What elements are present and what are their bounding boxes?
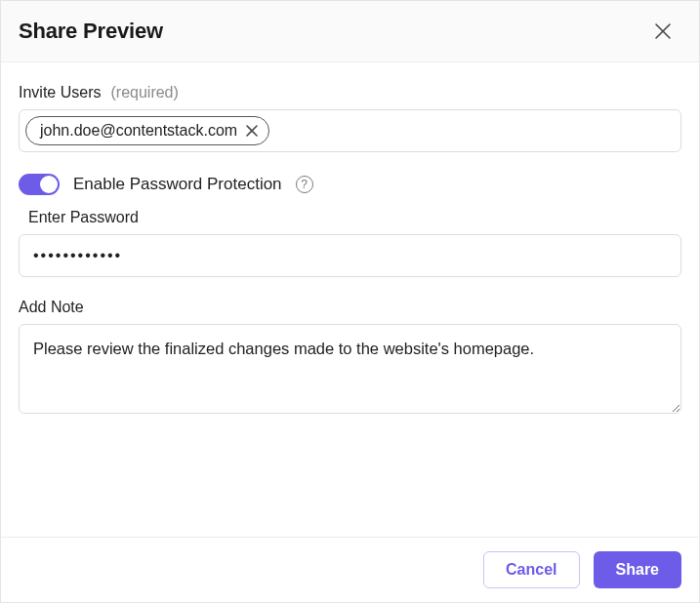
invite-label-row: Invite Users (required) (19, 84, 681, 101)
chip-remove-button[interactable] (245, 124, 259, 138)
invite-label: Invite Users (19, 84, 101, 101)
share-button[interactable]: Share (594, 551, 681, 588)
chip-email: john.doe@contentstack.com (40, 122, 237, 140)
modal-header: Share Preview (1, 1, 699, 62)
modal-footer: Cancel Share (1, 537, 699, 602)
invite-input[interactable]: john.doe@contentstack.com (19, 109, 681, 152)
note-label-row: Add Note (19, 299, 681, 316)
invite-text-input[interactable] (275, 118, 675, 143)
invite-users-field: Invite Users (required) john.doe@content… (19, 84, 681, 152)
invite-hint: (required) (110, 84, 178, 101)
password-input[interactable] (19, 234, 681, 277)
add-note-field: Add Note (19, 299, 681, 418)
modal-title: Share Preview (19, 19, 163, 44)
toggle-thumb (40, 176, 58, 193)
share-preview-modal: Share Preview Invite Users (required) jo… (0, 0, 700, 603)
password-toggle-label: Enable Password Protection (73, 175, 282, 194)
user-chip: john.doe@contentstack.com (25, 116, 269, 145)
cancel-button[interactable]: Cancel (483, 551, 579, 588)
modal-content: Invite Users (required) john.doe@content… (1, 62, 699, 537)
enter-password-field: Enter Password (19, 209, 681, 277)
password-toggle[interactable] (19, 174, 60, 195)
note-label: Add Note (19, 299, 84, 316)
close-icon (245, 124, 259, 138)
close-button[interactable] (650, 19, 676, 44)
help-icon[interactable]: ? (296, 176, 313, 193)
password-toggle-row: Enable Password Protection ? (19, 174, 681, 195)
enter-password-label: Enter Password (28, 209, 681, 226)
close-icon (654, 22, 672, 40)
note-textarea[interactable] (19, 324, 681, 414)
